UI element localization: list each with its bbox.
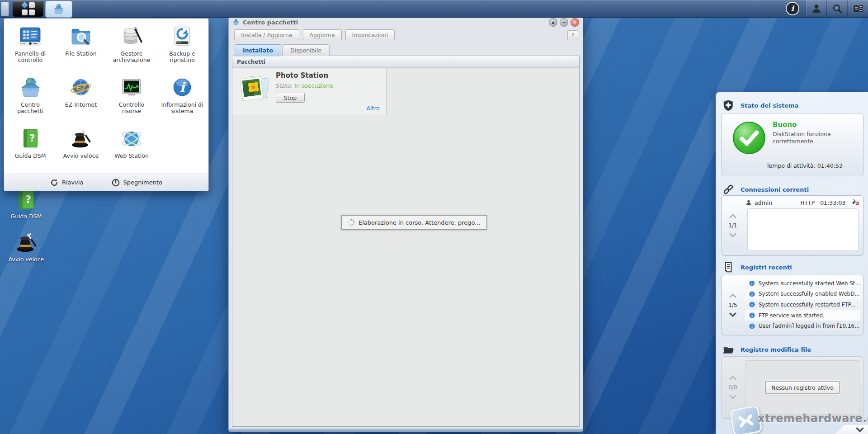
info-icon: i (791, 5, 794, 12)
widgets-button[interactable] (847, 0, 868, 17)
taskbar: i (0, 0, 868, 18)
widgets-sidebar: Stato del sistema Buono DiskStation funz… (716, 92, 868, 434)
help-button[interactable]: ? (567, 30, 578, 40)
spinner-icon (348, 219, 355, 226)
system-status-header: Stato del sistema (722, 99, 798, 111)
window-title: Centro pacchetti (243, 19, 298, 26)
chevron-down-icon[interactable] (729, 312, 736, 317)
status-value: Buono (773, 121, 797, 129)
restart-button[interactable]: Riavvia (50, 179, 84, 187)
svg-text:?: ? (29, 132, 35, 144)
menu-app-pannello-di-controllo[interactable]: Pannello di controllo (5, 25, 56, 72)
chain-link-icon (722, 184, 734, 195)
package-card-photo-station[interactable]: Photo Station Stato: In esecuzione Stop … (232, 68, 387, 115)
widgets-icon (853, 3, 863, 14)
menu-app-web-station[interactable]: Web Station (106, 127, 157, 175)
connection-row: admin HTTP 01:33:03 (745, 198, 859, 207)
control-panel-icon (19, 25, 42, 47)
taskbar-app-package-center[interactable] (45, 1, 72, 18)
log-row[interactable]: System successfully restarted FTP... (745, 299, 860, 310)
user-icon (811, 3, 822, 14)
chevron-down-icon[interactable] (729, 233, 736, 237)
resource-monitor-icon (120, 76, 143, 99)
desktop-icon-label: Guida DSM (0, 213, 52, 220)
status-description: DiskStation funziona correttamente. (773, 131, 845, 145)
menu-app-backup-e-ripristino[interactable]: Backup e ripristino (157, 25, 208, 72)
tab-disponibile[interactable]: Disponibile (282, 44, 330, 56)
shield-icon (722, 99, 734, 111)
window-toolbar: Installa / Aggiorna Aggiorna Impostazion… (234, 29, 395, 40)
log-row[interactable]: System successfully started Web St... (745, 278, 860, 289)
stop-button[interactable]: Stop (276, 93, 305, 103)
shutdown-button[interactable]: Spegnimento (112, 179, 163, 187)
menu-app-centro-pacchetti[interactable]: Centro pacchetti (5, 76, 56, 123)
tab-strip: Installato Disponibile (235, 44, 330, 57)
connection-user: admin (755, 199, 772, 206)
ez-internet-icon: EZ (70, 76, 92, 99)
open-folder-icon (722, 344, 734, 355)
main-menu-button[interactable] (13, 1, 43, 17)
menu-app-file-station[interactable]: File Station (56, 25, 106, 72)
maximize-button[interactable]: + (560, 18, 568, 27)
search-button[interactable] (826, 0, 847, 17)
chevron-up-icon[interactable] (729, 293, 736, 298)
watermark-text: xtremehardware.com (758, 412, 868, 425)
backup-restore-icon (171, 25, 193, 47)
connection-protocol: HTTP (800, 199, 815, 206)
desktop-icon-label: Avvio veloce (0, 256, 52, 263)
log-list: System successfully started Web St... Sy… (745, 278, 860, 331)
menu-app-ez-internet[interactable]: EZ EZ-Internet (56, 76, 106, 123)
disconnect-icon[interactable] (851, 199, 859, 207)
menu-bottom-bar: Riavvia Spegnimento (4, 174, 208, 191)
log-row[interactable]: User [admin] logged in from [10.16... (745, 321, 860, 331)
window-titlebar[interactable]: Centro pacchetti ▪ + × (229, 17, 583, 28)
loading-dialog: Elaborazione in corso. Attendere, prego.… (341, 215, 487, 230)
main-menu-icon (22, 2, 35, 15)
menu-app-guida-dsm[interactable]: ? Guida DSM (5, 127, 56, 175)
file-change-log-body: Nessun registro attivo (745, 360, 859, 415)
power-icon (112, 179, 120, 187)
chevron-up-icon[interactable] (729, 214, 736, 218)
info-icon (749, 280, 755, 286)
show-desktop-button[interactable] (1, 1, 9, 16)
recent-logs-panel: 1/5 System successfully started Web St..… (722, 275, 863, 335)
refresh-button[interactable]: Aggiorna (303, 29, 342, 40)
log-row[interactable]: FTP service was started. (745, 310, 860, 321)
svg-text:EZ: EZ (76, 84, 86, 92)
package-center-icon (19, 76, 42, 99)
pager-value: 1/1 (728, 222, 737, 229)
more-link[interactable]: Altro (367, 105, 380, 112)
log-row[interactable]: System successfully enabled WebD... (745, 289, 860, 300)
info-button[interactable]: i (786, 2, 799, 15)
uptime-text: Tempo di attività: 01:40:53 (766, 162, 843, 169)
settings-button[interactable]: Impostazioni (345, 29, 395, 40)
chevron-up-icon (729, 376, 736, 380)
tab-installato[interactable]: Installato (235, 44, 281, 57)
chevron-down-icon (856, 427, 864, 432)
taskbar-right-group: i (786, 0, 868, 17)
user-button[interactable] (806, 0, 826, 17)
svg-text:?: ? (25, 193, 31, 205)
quick-start-icon (70, 127, 92, 150)
packages-section-header: Pacchetti (232, 56, 579, 68)
desktop-icon-guida-dsm[interactable]: ? Guida DSM (0, 188, 52, 220)
menu-app-gestore-archiviazione[interactable]: Gestore archiviazione (106, 25, 157, 72)
package-status-value: In esecuzione (294, 82, 333, 89)
window-centro-pacchetti: Centro pacchetti ▪ + × Installa / Aggior… (228, 17, 583, 432)
web-station-icon (120, 127, 143, 150)
connections-panel: 1/1 admin HTTP 01:33:03 (722, 195, 863, 256)
package-center-icon (232, 18, 240, 27)
menu-app-controllo-risorse[interactable]: Controllo risorse (106, 76, 157, 123)
file-change-log-header: Registro modifica file (722, 344, 811, 355)
close-button[interactable]: × (571, 18, 579, 27)
system-status-panel: Buono DiskStation funziona correttamente… (722, 113, 863, 176)
recent-logs-pager: 1/5 (722, 275, 744, 335)
menu-app-avvio-veloce[interactable]: Avvio veloce (56, 127, 106, 175)
install-update-button[interactable]: Installa / Aggiorna (234, 29, 299, 40)
desktop-icon-avvio-veloce[interactable]: Avvio veloce (0, 231, 52, 263)
file-station-icon (70, 25, 92, 47)
user-icon (745, 199, 752, 206)
menu-app-informazioni-di-sistema[interactable]: i Informazioni di sistema (157, 76, 208, 123)
minimize-button[interactable]: ▪ (549, 18, 557, 27)
restart-icon (50, 179, 58, 187)
